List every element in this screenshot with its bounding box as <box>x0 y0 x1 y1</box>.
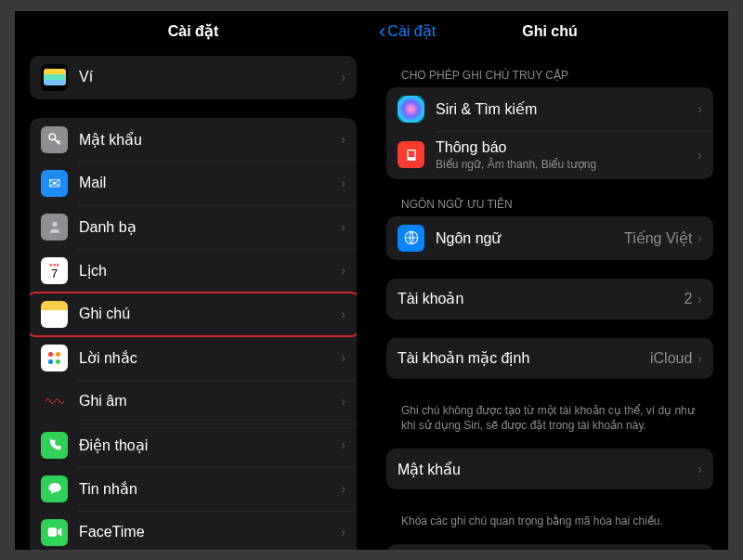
chevron-right-icon: › <box>697 230 702 245</box>
chevron-right-icon: › <box>341 132 345 147</box>
chevron-right-icon: › <box>341 263 345 278</box>
chevron-right-icon: › <box>341 525 345 540</box>
row-label: Mật khẩu <box>398 461 697 478</box>
row-label: Lịch <box>79 262 341 280</box>
row-value: 2 <box>684 291 692 307</box>
chevron-right-icon: › <box>341 350 345 365</box>
settings-group: Mật khẩu › <box>386 449 713 489</box>
reminders-icon <box>41 345 68 371</box>
settings-group: Tài khoản 2 › <box>386 279 713 319</box>
mail-icon: ✉ <box>41 170 68 197</box>
settings-group: Ví › <box>30 56 357 99</box>
row-label: Tài khoản mặc định <box>398 349 650 367</box>
settings-row-siri[interactable]: Siri & Tìm kiếm › <box>386 87 713 131</box>
row-label: FaceTime <box>79 524 341 540</box>
row-label: Ví <box>79 69 341 85</box>
chevron-right-icon: › <box>697 101 702 116</box>
row-value: Tiếng Việt <box>624 229 692 247</box>
section-header: CHO PHÉP GHI CHÚ TRUY CẬP <box>386 69 713 87</box>
settings-row-mail[interactable]: ✉ Mail › <box>30 162 357 205</box>
settings-row-calendar[interactable]: ●●● 7 Lịch › <box>30 249 357 293</box>
siri-icon <box>398 96 424 123</box>
header: ‹ Cài đặt Ghi chú <box>372 11 728 52</box>
globe-icon <box>398 225 424 252</box>
row-label: Lời nhắc <box>79 349 341 367</box>
row-label: Tin nhắn <box>79 480 341 498</box>
wallet-icon <box>41 64 68 91</box>
chevron-right-icon: › <box>697 462 702 476</box>
page-title: Cài đặt <box>168 22 218 40</box>
notes-settings-screen: ‹ Cài đặt Ghi chú CHO PHÉP GHI CHÚ TRUY … <box>372 11 728 550</box>
facetime-icon <box>41 519 68 546</box>
back-button[interactable]: ‹ Cài đặt <box>379 11 436 52</box>
settings-row-accounts[interactable]: Tài khoản 2 › <box>386 279 713 319</box>
row-label: Danh bạ <box>79 218 341 236</box>
settings-row-notifications[interactable]: Thông báo Biểu ngữ, Âm thanh, Biểu tượng… <box>386 131 713 179</box>
chevron-right-icon: › <box>341 176 345 190</box>
section-header: NGÔN NGỮ ƯU TIÊN <box>386 198 713 216</box>
key-icon <box>41 126 68 153</box>
row-label: Thông báo <box>436 139 697 156</box>
settings-row-default-account[interactable]: Tài khoản mặc định iCloud › <box>386 338 713 379</box>
row-label: Mật khẩu <box>79 131 341 149</box>
chevron-right-icon: › <box>341 219 345 234</box>
chevron-right-icon: › <box>341 306 345 321</box>
section-footer: Ghi chú không được tạo từ một tài khoản … <box>386 397 713 449</box>
row-label: Ngôn ngữ <box>436 229 624 247</box>
settings-row-passwords[interactable]: Mật khẩu › <box>30 118 357 162</box>
contacts-icon <box>41 214 68 241</box>
settings-row-password[interactable]: Mật khẩu › <box>386 449 713 489</box>
settings-row-voicememos[interactable]: Ghi âm › <box>30 380 357 423</box>
row-label: Ghi chú <box>79 306 341 322</box>
header: Cài đặt <box>15 11 372 52</box>
settings-row-notes[interactable]: Ghi chú › <box>30 293 357 336</box>
row-label: Mail <box>79 175 341 191</box>
row-label: Ghi âm <box>79 393 341 410</box>
svg-point-1 <box>52 222 57 227</box>
notes-icon <box>41 301 68 328</box>
settings-row-messages[interactable]: Tin nhắn › <box>30 467 357 511</box>
settings-group: Siri & Tìm kiếm › Thông báo Biểu ngữ, Âm… <box>386 87 713 179</box>
row-label: Tài khoản <box>398 290 684 307</box>
settings-row-contacts[interactable]: Danh bạ › <box>30 205 357 249</box>
messages-icon <box>41 475 68 502</box>
row-subtitle: Biểu ngữ, Âm thanh, Biểu tượng <box>436 158 697 171</box>
row-label: Điện thoại <box>79 436 341 454</box>
chevron-right-icon: › <box>341 481 345 496</box>
back-label: Cài đặt <box>387 22 436 40</box>
notification-icon <box>398 141 424 168</box>
settings-row-language[interactable]: Ngôn ngữ Tiếng Việt › <box>386 216 713 260</box>
chevron-right-icon: › <box>697 292 702 306</box>
chevron-right-icon: › <box>697 148 702 163</box>
settings-group: Ngôn ngữ Tiếng Việt › <box>386 216 713 260</box>
settings-screen: Cài đặt Ví › Mật khẩu › <box>15 11 372 550</box>
page-title: Ghi chú <box>522 23 578 40</box>
settings-row-facetime[interactable]: FaceTime › <box>30 511 357 550</box>
section-footer: Khóa các ghi chú quan trọng bằng mã hóa … <box>386 508 713 544</box>
row-label: Siri & Tìm kiếm <box>436 100 697 118</box>
svg-rect-2 <box>47 527 56 536</box>
voicememo-icon <box>41 388 68 415</box>
chevron-right-icon: › <box>341 394 345 409</box>
settings-row-on-my-iphone[interactable]: Tài khoản "Trên iPhone" <box>386 544 713 550</box>
chevron-right-icon: › <box>341 437 345 452</box>
settings-row-wallet[interactable]: Ví › <box>30 56 357 99</box>
phone-icon <box>41 432 68 459</box>
settings-group: Tài khoản mặc định iCloud › <box>386 338 713 379</box>
settings-row-phone[interactable]: Điện thoại › <box>30 423 357 467</box>
svg-rect-7 <box>408 150 414 157</box>
settings-row-reminders[interactable]: Lời nhắc › <box>30 336 357 380</box>
chevron-right-icon: › <box>341 70 345 85</box>
settings-group: Mật khẩu › ✉ Mail › Danh bạ › <box>30 118 357 550</box>
settings-group: Tài khoản "Trên iPhone" <box>386 544 713 550</box>
calendar-icon: ●●● 7 <box>41 257 68 284</box>
chevron-right-icon: › <box>697 351 702 366</box>
chevron-left-icon: ‹ <box>379 21 385 42</box>
row-value: iCloud <box>650 350 692 367</box>
